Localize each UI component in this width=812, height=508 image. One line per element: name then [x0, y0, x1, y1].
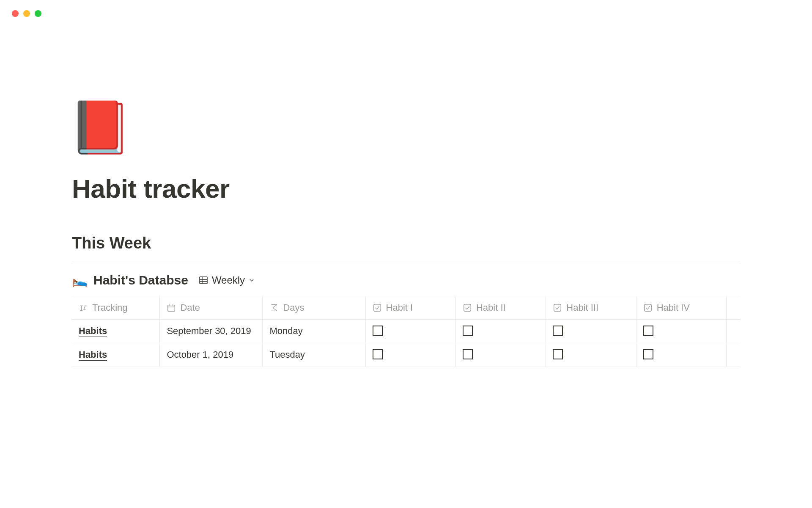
window-maximize-button[interactable]	[35, 10, 41, 17]
svg-rect-11	[554, 304, 561, 312]
cell-habit2[interactable]	[456, 320, 546, 343]
database-icon: 🛌	[72, 274, 88, 287]
title-property-icon	[79, 303, 88, 312]
cell-days[interactable]: Tuesday	[263, 343, 365, 367]
cell-tracking[interactable]: Habits	[72, 343, 160, 367]
column-header-label: Habit IV	[657, 302, 690, 313]
column-header-label: Habit III	[566, 302, 598, 313]
chevron-down-icon	[248, 277, 255, 284]
column-header-tracking[interactable]: Tracking	[72, 296, 160, 319]
table-row[interactable]: Habits October 1, 2019 Tuesday	[72, 343, 740, 367]
checkbox-habit2[interactable]	[463, 326, 473, 336]
date-property-icon	[167, 303, 176, 312]
row-title-link[interactable]: Habits	[79, 326, 107, 337]
view-label: Weekly	[212, 274, 245, 286]
svg-rect-9	[373, 304, 381, 312]
checkbox-property-icon	[463, 303, 472, 312]
cell-habit2[interactable]	[456, 343, 546, 367]
page-title[interactable]: Habit tracker	[72, 174, 740, 204]
checkbox-property-icon	[553, 303, 562, 312]
cell-days[interactable]: Monday	[263, 320, 365, 343]
column-header-label: Date	[180, 302, 200, 313]
database-header: 🛌 Habit's Databse Weekly	[72, 273, 740, 287]
checkbox-habit4[interactable]	[643, 349, 653, 359]
cell-habit1[interactable]	[366, 343, 456, 367]
checkbox-property-icon	[643, 303, 653, 312]
database-table: Tracking Date Days	[72, 296, 740, 367]
svg-rect-5	[168, 305, 175, 312]
column-header-habit1[interactable]: Habit I	[366, 296, 456, 319]
checkbox-habit4[interactable]	[643, 326, 653, 336]
database-title[interactable]: Habit's Databse	[93, 273, 188, 287]
column-header-label: Days	[283, 302, 304, 313]
window-controls	[0, 0, 812, 17]
svg-rect-10	[464, 304, 471, 312]
column-header-label: Tracking	[92, 302, 128, 313]
cell-habit1[interactable]	[366, 320, 456, 343]
cell-habit3[interactable]	[546, 343, 636, 367]
window-close-button[interactable]	[12, 10, 19, 17]
checkbox-habit1[interactable]	[373, 326, 383, 336]
column-header-habit3[interactable]: Habit III	[546, 296, 636, 319]
checkbox-habit1[interactable]	[373, 349, 383, 359]
cell-habit4[interactable]	[636, 343, 727, 367]
formula-property-icon	[269, 303, 279, 312]
cell-date[interactable]: September 30, 2019	[160, 320, 263, 343]
checkbox-property-icon	[373, 303, 382, 312]
cell-date[interactable]: October 1, 2019	[160, 343, 263, 367]
svg-rect-0	[200, 277, 207, 284]
column-header-tail	[727, 296, 740, 319]
table-view-icon	[198, 275, 208, 285]
section-heading[interactable]: This Week	[72, 234, 740, 261]
cell-tail	[727, 343, 740, 367]
column-header-date[interactable]: Date	[160, 296, 263, 319]
table-row[interactable]: Habits September 30, 2019 Monday	[72, 320, 740, 343]
row-title-link[interactable]: Habits	[79, 349, 107, 361]
view-switcher[interactable]: Weekly	[198, 274, 255, 286]
cell-habit3[interactable]	[546, 320, 636, 343]
cell-tail	[727, 320, 740, 343]
cell-habit4[interactable]	[636, 320, 727, 343]
svg-rect-12	[644, 304, 651, 312]
window-minimize-button[interactable]	[23, 10, 30, 17]
column-header-label: Habit II	[476, 302, 506, 313]
checkbox-habit3[interactable]	[553, 326, 563, 336]
checkbox-habit3[interactable]	[553, 349, 563, 359]
checkbox-habit2[interactable]	[463, 349, 473, 359]
column-header-habit4[interactable]: Habit IV	[636, 296, 727, 319]
column-header-habit2[interactable]: Habit II	[456, 296, 546, 319]
page-content: 📕 Habit tracker This Week 🛌 Habit's Data…	[0, 17, 812, 367]
table-header-row: Tracking Date Days	[72, 296, 740, 320]
column-header-days[interactable]: Days	[263, 296, 365, 319]
page-icon[interactable]: 📕	[69, 102, 740, 152]
column-header-label: Habit I	[386, 302, 413, 313]
cell-tracking[interactable]: Habits	[72, 320, 160, 343]
